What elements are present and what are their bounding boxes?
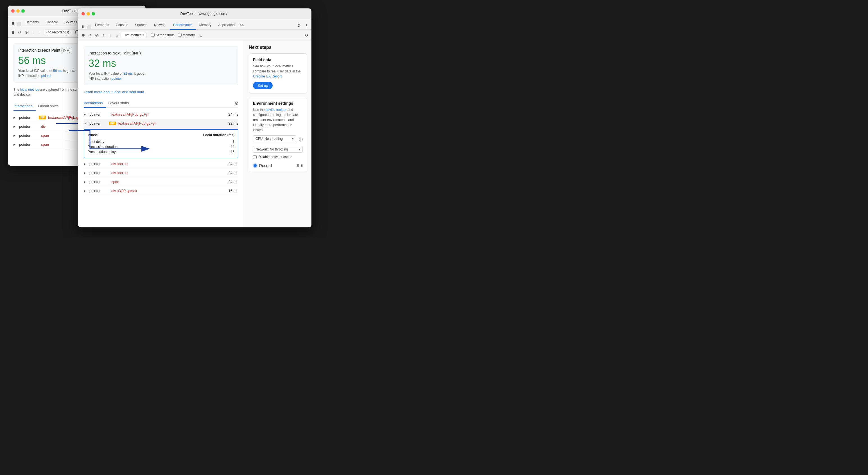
duration-5-front: 16 ms [228, 189, 238, 193]
tab-performance-front[interactable]: Performance [170, 21, 196, 30]
cpu-dropdown[interactable]: CPU: No throttling ▾ [253, 135, 296, 142]
learn-more-link[interactable]: Learn more about local and field data [84, 90, 238, 94]
clear-icon-front[interactable]: ⊘ [94, 32, 99, 38]
recordings-dropdown-back[interactable]: (no recordings) ▾ [44, 29, 74, 35]
setup-button[interactable]: Set up [253, 82, 273, 89]
live-metrics-dropdown[interactable]: Live metrics ▾ [121, 32, 147, 38]
expand-0-front[interactable]: ▶ [84, 113, 88, 116]
tab-interactions-front[interactable]: Interactions [84, 99, 106, 108]
responsive-icon-front[interactable]: ⬜ [86, 24, 92, 30]
record-button[interactable]: Record [253, 163, 272, 168]
inp-value-link-front[interactable]: 32 ms [123, 72, 133, 75]
maximize-button-back[interactable] [21, 9, 25, 13]
expand-2-front[interactable]: ▶ [84, 162, 88, 165]
interaction-row-4-front[interactable]: ▶ pointer span 24 ms [84, 177, 238, 186]
clear-icon-section[interactable]: ⊘ [235, 101, 238, 106]
tab-application-front[interactable]: Application [215, 21, 238, 30]
expand-icon-0-back[interactable]: ▶ [13, 116, 18, 119]
record-label: Record [259, 163, 272, 168]
tabs-bar-front: ⠿ ⬜ Elements Console Sources Network Per… [78, 19, 311, 30]
expand-5-front[interactable]: ▶ [84, 189, 88, 192]
inp-value-link-back[interactable]: 56 ms [53, 69, 62, 73]
download-icon-front[interactable]: ↓ [107, 32, 113, 38]
tab-console-front[interactable]: Console [113, 21, 131, 30]
interaction-row-2-front[interactable]: ▶ pointer div.hob1lc 24 ms [84, 160, 238, 168]
expand-icon-2-back[interactable]: ▶ [13, 134, 18, 137]
inp-interaction-link-front[interactable]: pointer [112, 77, 122, 80]
toolbar-front: ⏺ ↺ ⊘ ↑ ↓ ⌂ Live metrics ▾ Screenshots M… [78, 30, 311, 40]
maximize-button-front[interactable] [92, 12, 95, 15]
element-1-front: textarea#APjFqb.gLFyf [118, 121, 228, 126]
tab-more-front[interactable]: >> [238, 21, 245, 30]
upload-icon-front[interactable]: ↑ [101, 32, 106, 38]
tab-elements-front[interactable]: Elements [92, 21, 113, 30]
upload-icon-back[interactable]: ↑ [30, 30, 36, 35]
record-section: Record ⌘ E [253, 163, 303, 168]
tab-console-back[interactable]: Console [42, 18, 61, 27]
tab-elements-back[interactable]: Elements [21, 18, 42, 27]
type-2-front: pointer [89, 162, 109, 166]
reload-icon-front[interactable]: ↺ [87, 32, 93, 38]
record-icon-back[interactable]: ⏺ [10, 30, 16, 35]
devtools-icon-back[interactable]: ⠿ [10, 21, 16, 27]
chrome-ux-link[interactable]: Chrome UX Report [253, 74, 282, 78]
settings-icon-front[interactable]: ⚙ [296, 23, 302, 28]
duration-3-front: 24 ms [228, 171, 238, 175]
interaction-row-5-front[interactable]: ▶ pointer div.o3j99.qarstb 16 ms [84, 186, 238, 195]
responsive-icon-back[interactable]: ⬜ [16, 21, 21, 27]
memory-label-front: Memory [183, 33, 195, 37]
element-2-front: div.hob1lc [111, 162, 228, 166]
inp-interaction-link-back[interactable]: pointer [41, 74, 52, 78]
phase-value-0: 1 [232, 140, 235, 144]
close-button-back[interactable] [11, 9, 14, 13]
element-3-front: div.hob1lc [111, 171, 228, 175]
disable-cache-check[interactable] [253, 155, 257, 159]
duration-4-front: 24 ms [228, 180, 238, 184]
screenshots-check-front[interactable] [151, 33, 155, 37]
screenshots-checkbox-front[interactable]: Screenshots [151, 33, 175, 37]
traffic-lights-front [82, 12, 95, 15]
interaction-row-1-front[interactable]: ▼ pointer INP textarea#APjFqb.gLFyf 32 m… [84, 119, 238, 128]
reload-icon-back[interactable]: ↺ [17, 30, 23, 35]
tab-settings-area: ⚙ ⋮ [296, 23, 309, 30]
interaction-row-0-front[interactable]: ▶ pointer textarea#APjFqb.gLFyf 24 ms [84, 110, 238, 119]
expand-4-front[interactable]: ▶ [84, 180, 88, 183]
disable-cache-row[interactable]: Disable network cache [253, 155, 303, 159]
devtools-icon-front[interactable]: ⠿ [81, 24, 86, 30]
tab-layout-shifts-front[interactable]: Layout shifts [108, 99, 132, 108]
clear-icon-back[interactable]: ⊘ [24, 30, 29, 35]
screenshots-label-front: Screenshots [156, 33, 175, 37]
env-settings-desc: Use the device toolbar and configure thr… [253, 107, 303, 133]
phase-col2: Local duration (ms) [203, 133, 235, 137]
tab-layout-shifts-back[interactable]: Layout shifts [38, 102, 62, 111]
more-icon-front[interactable]: ⋮ [304, 23, 309, 28]
layout-icon-front[interactable]: ⊞ [198, 32, 204, 38]
tab-interactions-back[interactable]: Interactions [13, 102, 36, 111]
main-content-front: Interaction to Next Paint (INP) 32 ms Yo… [78, 40, 311, 227]
expand-icon-1-back[interactable]: ▶ [13, 125, 18, 128]
minimize-button-back[interactable] [16, 9, 20, 13]
expand-1-front[interactable]: ▼ [84, 122, 88, 125]
tab-sources-back[interactable]: Sources [61, 18, 81, 27]
settings-gear-front[interactable]: ⚙ [304, 32, 309, 38]
memory-checkbox-front[interactable]: Memory [178, 33, 195, 37]
type-5-front: pointer [89, 189, 109, 193]
minimize-button-front[interactable] [87, 12, 90, 15]
close-button-front[interactable] [82, 12, 85, 15]
download-icon-back[interactable]: ↓ [37, 30, 43, 35]
home-icon-front[interactable]: ⌂ [114, 32, 120, 38]
device-toolbar-link[interactable]: device toolbar [266, 108, 287, 112]
network-dropdown[interactable]: Network: No throttling ▾ [253, 146, 303, 153]
cpu-info-icon[interactable]: ⓘ [299, 137, 303, 142]
memory-check-front[interactable] [178, 33, 182, 37]
expand-3-front[interactable]: ▶ [84, 171, 88, 174]
phase-row-1: Processing duration 14 [88, 144, 235, 149]
record-icon-front[interactable]: ⏺ [81, 32, 86, 38]
tab-network-front[interactable]: Network [151, 21, 170, 30]
interaction-row-3-front[interactable]: ▶ pointer div.hob1lc 24 ms [84, 168, 238, 177]
field-data-card: Field data See how your local metrics co… [249, 53, 307, 94]
tab-memory-front[interactable]: Memory [196, 21, 215, 30]
local-metrics-link-back[interactable]: local metrics [20, 88, 39, 92]
tab-sources-front[interactable]: Sources [131, 21, 151, 30]
expand-icon-3-back[interactable]: ▶ [13, 143, 18, 146]
